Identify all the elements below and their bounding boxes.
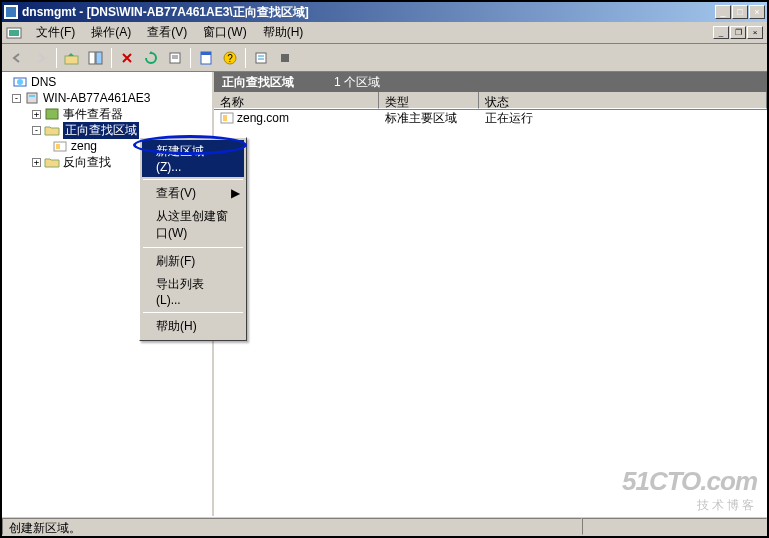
svg-point-19 — [17, 79, 23, 85]
status-panel — [582, 518, 767, 535]
menu-action[interactable]: 操作(A) — [83, 22, 139, 43]
mdi-close[interactable]: × — [747, 26, 763, 39]
tree-reverse-label: 反向查找 — [63, 154, 111, 171]
mdi-restore[interactable]: ❐ — [730, 26, 746, 39]
svg-rect-3 — [9, 30, 19, 36]
main-panel: 正向查找区域 1 个区域 名称 类型 状态 zeng.com 标准主要区域 正在… — [214, 72, 767, 516]
server-icon — [24, 91, 40, 105]
svg-rect-21 — [29, 95, 35, 97]
svg-rect-4 — [65, 56, 78, 64]
context-menu: 新建区域(Z)... 查看(V)▶ 从这里创建窗口(W) 刷新(F) 导出列表(… — [139, 137, 247, 341]
tree-server-label: WIN-AB77A461AE3 — [43, 91, 150, 105]
svg-rect-5 — [89, 52, 95, 64]
ctx-new-zone[interactable]: 新建区域(Z)... — [142, 140, 244, 177]
main-header: 正向查找区域 1 个区域 — [214, 72, 767, 92]
collapse-icon[interactable]: - — [12, 94, 21, 103]
separator — [111, 48, 112, 68]
cell-type: 标准主要区域 — [379, 110, 479, 127]
ctx-refresh[interactable]: 刷新(F) — [142, 250, 244, 273]
ctx-export[interactable]: 导出列表(L)... — [142, 273, 244, 310]
separator — [190, 48, 191, 68]
tree-root-label: DNS — [31, 75, 56, 89]
list-row[interactable]: zeng.com 标准主要区域 正在运行 — [214, 110, 767, 126]
menu-view[interactable]: 查看(V) — [139, 22, 195, 43]
col-type[interactable]: 类型 — [379, 92, 479, 109]
toolbar: ? — [2, 44, 767, 72]
svg-rect-14 — [256, 53, 266, 63]
collapse-icon[interactable]: - — [32, 126, 41, 135]
window-title: dnsmgmt - [DNS\WIN-AB77A461AE3\正向查找区域] — [22, 4, 715, 21]
filter-button[interactable] — [250, 47, 272, 69]
tree-forward-label: 正向查找区域 — [63, 122, 139, 139]
tree-zone-label: zeng — [71, 139, 97, 153]
title-bar: dnsmgmt - [DNS\WIN-AB77A461AE3\正向查找区域] _… — [2, 2, 767, 22]
ctx-view[interactable]: 查看(V)▶ — [142, 182, 244, 205]
window-controls: _ □ × — [715, 5, 765, 19]
separator — [245, 48, 246, 68]
separator — [56, 48, 57, 68]
submenu-arrow-icon: ▶ — [231, 186, 240, 200]
refresh-button[interactable] — [140, 47, 162, 69]
mdi-minimize[interactable]: _ — [713, 26, 729, 39]
cell-name: zeng.com — [214, 111, 379, 125]
status-text: 创建新区域。 — [2, 518, 582, 535]
svg-rect-17 — [281, 54, 289, 62]
show-hide-tree-button[interactable] — [85, 47, 107, 69]
stop-button[interactable] — [274, 47, 296, 69]
up-button[interactable] — [61, 47, 83, 69]
folder-open-icon — [44, 123, 60, 137]
tree-event-label: 事件查看器 — [63, 106, 123, 123]
minimize-button[interactable]: _ — [715, 5, 731, 19]
app-icon — [4, 5, 18, 19]
menu-bar: 文件(F) 操作(A) 查看(V) 窗口(W) 帮助(H) _ ❐ × — [2, 22, 767, 44]
app-window: dnsmgmt - [DNS\WIN-AB77A461AE3\正向查找区域] _… — [0, 0, 769, 538]
header-count: 1 个区域 — [334, 74, 380, 91]
export-button[interactable] — [164, 47, 186, 69]
svg-rect-11 — [201, 52, 211, 55]
separator — [143, 179, 243, 180]
svg-text:?: ? — [227, 53, 233, 64]
tree-server[interactable]: - WIN-AB77A461AE3 — [4, 90, 210, 106]
svg-rect-6 — [96, 52, 102, 64]
content-area: DNS - WIN-AB77A461AE3 + 事件查看器 - 正向查找区域 z… — [2, 72, 767, 516]
menu-help[interactable]: 帮助(H) — [255, 22, 312, 43]
svg-rect-26 — [223, 115, 227, 121]
svg-rect-20 — [27, 93, 37, 103]
separator — [143, 312, 243, 313]
dns-icon — [12, 75, 28, 89]
properties-button[interactable] — [195, 47, 217, 69]
ctx-help[interactable]: 帮助(H) — [142, 315, 244, 338]
ctx-new-window[interactable]: 从这里创建窗口(W) — [142, 205, 244, 245]
mdi-controls: _ ❐ × — [713, 26, 763, 39]
tree-event-viewer[interactable]: + 事件查看器 — [4, 106, 210, 122]
svg-rect-22 — [46, 109, 58, 119]
expand-icon[interactable]: + — [32, 158, 41, 167]
header-title: 正向查找区域 — [222, 74, 294, 91]
col-name[interactable]: 名称 — [214, 92, 379, 109]
mmc-icon — [6, 25, 22, 41]
forward-button[interactable] — [30, 47, 52, 69]
status-bar: 创建新区域。 — [2, 516, 767, 536]
zone-icon — [52, 139, 68, 153]
menu-window[interactable]: 窗口(W) — [195, 22, 254, 43]
cell-status: 正在运行 — [479, 110, 767, 127]
expand-icon[interactable]: + — [32, 110, 41, 119]
close-button[interactable]: × — [749, 5, 765, 19]
list-header: 名称 类型 状态 — [214, 92, 767, 110]
col-status[interactable]: 状态 — [479, 92, 767, 109]
help-button[interactable]: ? — [219, 47, 241, 69]
zone-icon — [220, 112, 234, 124]
folder-icon — [44, 155, 60, 169]
event-viewer-icon — [44, 107, 60, 121]
tree-forward-zone[interactable]: - 正向查找区域 — [4, 122, 210, 138]
tree-root[interactable]: DNS — [4, 74, 210, 90]
separator — [143, 247, 243, 248]
maximize-button[interactable]: □ — [732, 5, 748, 19]
back-button[interactable] — [6, 47, 28, 69]
svg-rect-1 — [6, 7, 16, 17]
cell-name-text: zeng.com — [237, 111, 289, 125]
delete-button[interactable] — [116, 47, 138, 69]
svg-rect-24 — [56, 144, 60, 149]
menu-file[interactable]: 文件(F) — [28, 22, 83, 43]
